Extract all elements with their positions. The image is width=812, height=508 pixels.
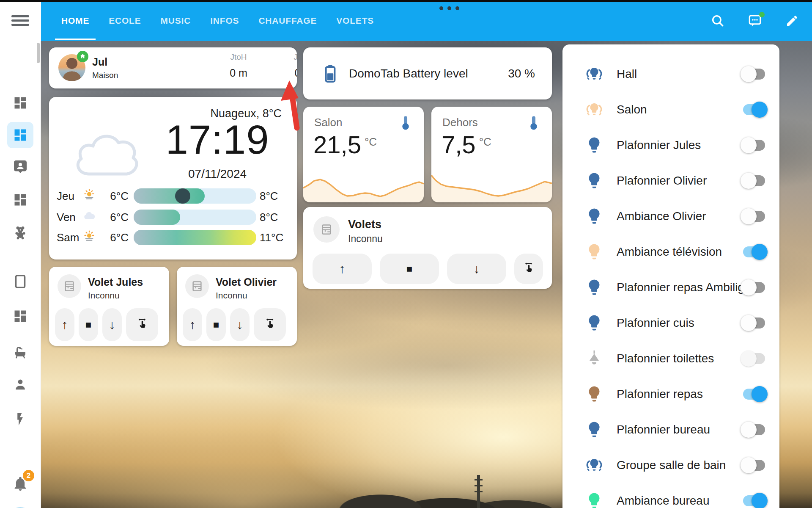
cover-open-button[interactable]: ↑: [183, 308, 202, 341]
sidebar: 2 D: [0, 41, 41, 508]
tab-chauffage[interactable]: CHAUFFAGE: [249, 0, 326, 41]
light-row-groupe-salle-de-bain: Groupe salle de bain: [562, 447, 779, 483]
sidebar-item-4-teddy-bear-icon[interactable]: [7, 219, 33, 246]
forecast-temp-bar: [134, 230, 256, 245]
set-position-icon: [522, 261, 535, 277]
light-toggle[interactable]: [741, 315, 768, 331]
shutter-icon[interactable]: [58, 274, 81, 298]
light-toggle[interactable]: [741, 279, 768, 295]
battery-value: 30 %: [508, 67, 535, 80]
cover-status: Inconnu: [216, 290, 247, 301]
edit-pencil-icon[interactable]: [784, 13, 800, 29]
sidebar-item-1-dashboard-icon[interactable]: [7, 122, 33, 148]
cover-set-position-button[interactable]: [254, 308, 286, 341]
lightbulb-icon: [584, 135, 604, 155]
sidebar-item-7-bathtub-icon[interactable]: [7, 339, 33, 365]
notifications-button[interactable]: 2: [7, 472, 33, 498]
tower-silhouette: [477, 475, 480, 508]
tab-home[interactable]: HOME: [52, 0, 99, 41]
cover-card-volet-olivier: Volet Olivier Inconnu ↑ ■ ↓: [177, 267, 297, 346]
sidebar-item-5-tablet-icon[interactable]: [7, 268, 33, 295]
light-label: Hall: [617, 67, 637, 81]
sidebar-item-3-dashboard-icon[interactable]: [7, 187, 33, 213]
sidebar-item-8-person-icon[interactable]: [7, 372, 33, 398]
arrow-down-icon: ↓: [109, 318, 115, 332]
cover-set-position-button[interactable]: [126, 308, 158, 341]
notification-badge: 2: [23, 470, 34, 481]
sidebar-item-2-account-box-icon[interactable]: [7, 154, 33, 180]
assist-chat-icon[interactable]: [747, 13, 763, 29]
search-icon[interactable]: [710, 13, 726, 29]
light-toggle[interactable]: [741, 386, 768, 402]
person-card[interactable]: Jul Maison JtoH 0 m JtoC 0,0: [49, 47, 297, 88]
forecast-high: 8°C: [260, 211, 289, 224]
sidebar-item-0-dashboard-icon[interactable]: [7, 90, 33, 116]
person-name: Jul: [92, 56, 107, 68]
tab-ecole[interactable]: ECOLE: [99, 0, 151, 41]
shutter-icon[interactable]: [313, 216, 340, 243]
light-row-plafonnier-jules: Plafonnier Jules: [562, 127, 779, 163]
sidebar-item-6-dashboard-icon[interactable]: [7, 303, 33, 329]
forecast-high: 8°C: [260, 190, 289, 203]
light-toggle[interactable]: [741, 66, 768, 82]
light-label: Plafonnier Jules: [617, 138, 701, 152]
weather-card[interactable]: Nuageux, 8°C 17:19 07/11/2024 Jeu6°C8°CV…: [49, 97, 297, 260]
light-toggle[interactable]: [741, 208, 768, 224]
cover-open-button[interactable]: ↑: [55, 308, 74, 341]
arrow-down-icon: ↓: [237, 318, 243, 332]
cover-open-button[interactable]: ↑: [313, 254, 372, 284]
forecast-row-jeu: Jeu6°C8°C: [49, 187, 297, 205]
shutter-icon[interactable]: [185, 274, 209, 298]
light-toggle[interactable]: [741, 102, 768, 118]
light-toggle[interactable]: [741, 422, 768, 438]
tab-volets[interactable]: VOLETS: [326, 0, 384, 41]
cover-stop-button[interactable]: ■: [79, 308, 98, 341]
forecast-row-sam: Sam6°C11°C: [49, 228, 297, 247]
forecast-temp-bar: [134, 210, 256, 225]
sidebar-item-9-flash-icon[interactable]: [7, 406, 33, 432]
lightbulb-icon: [584, 242, 604, 262]
metric-jtoh: JtoH 0 m: [213, 52, 264, 79]
light-row-plafonnier-cuis: Plafonnier cuis: [562, 305, 779, 341]
cover-close-button[interactable]: ↓: [230, 308, 250, 341]
cloud-icon: [71, 123, 143, 180]
tab-music[interactable]: MUSIC: [151, 0, 201, 41]
cover-stop-button[interactable]: ■: [380, 254, 439, 284]
menu-icon[interactable]: [11, 15, 29, 26]
cover-status: Inconnu: [88, 290, 120, 301]
light-toggle[interactable]: [741, 244, 768, 260]
light-row-hall: Hall: [562, 56, 779, 92]
set-position-icon: [136, 317, 148, 333]
thermometer-icon: [397, 114, 414, 134]
light-toggle[interactable]: [741, 173, 768, 189]
cover-close-button[interactable]: ↓: [447, 254, 506, 284]
light-row-salon: Salon: [562, 92, 779, 127]
partly-sunny-icon: [82, 188, 96, 204]
sensor-card-dehors[interactable]: Dehors 7,5°C: [431, 107, 552, 202]
light-toggle[interactable]: [741, 137, 768, 153]
appbar: HOMEECOLEMUSICINFOSCHAUFFAGEVOLETS: [41, 0, 812, 41]
forecast-low: 6°C: [101, 231, 129, 244]
tab-infos[interactable]: INFOS: [200, 0, 249, 41]
light-toggle[interactable]: [741, 457, 768, 473]
sensor-value: 21,5°C: [313, 130, 377, 159]
battery-card[interactable]: DomoTab Battery level 30 %: [303, 47, 552, 99]
cover-set-position-button[interactable]: [514, 254, 543, 284]
ceiling-light-icon: [584, 349, 604, 368]
assist-online-dot: [759, 12, 765, 17]
light-toggle[interactable]: [741, 351, 768, 367]
forecast-day: Jeu: [57, 190, 74, 203]
battery-label: DomoTab Battery level: [349, 67, 468, 80]
sensor-card-salon[interactable]: Salon 21,5°C: [303, 107, 424, 202]
cover-title: Volet Jules: [88, 276, 143, 288]
sidebar-scrollbar[interactable]: [37, 43, 40, 63]
cover-stop-button[interactable]: ■: [206, 308, 226, 341]
light-toggle[interactable]: [741, 493, 768, 508]
cover-close-button[interactable]: ↓: [102, 308, 122, 341]
sensor-title: Salon: [314, 116, 343, 129]
light-label: Plafonnier cuis: [617, 316, 694, 330]
light-row-ambiance-olivier: Ambiance Olivier: [562, 199, 779, 234]
cover-card-volet-jules: Volet Jules Inconnu ↑ ■ ↓: [49, 267, 169, 346]
clock: 17:19: [146, 116, 288, 163]
system-dots-indicator: [439, 6, 459, 10]
